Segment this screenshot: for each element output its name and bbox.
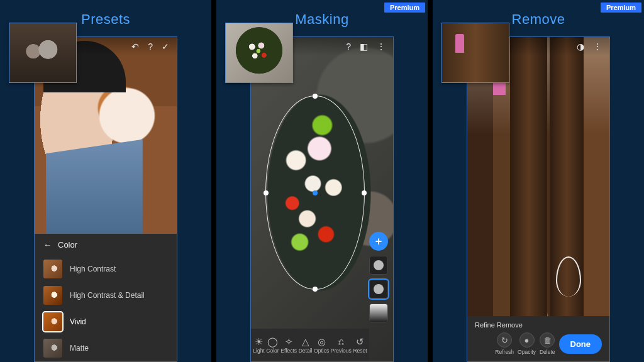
optics-icon: ◎ (318, 337, 326, 346)
help-icon[interactable]: ? (346, 41, 351, 52)
light-icon: ☀ (255, 337, 263, 346)
invert-mask-icon[interactable]: ◧ (360, 41, 368, 52)
premium-badge: Premium (384, 3, 425, 13)
preview-icon[interactable]: ◑ (577, 41, 584, 52)
previous-icon: ⎌ (338, 337, 344, 346)
preset-row[interactable]: High Contrast & Detail (43, 282, 168, 309)
refresh-button[interactable]: ↻Refresh (495, 332, 514, 355)
done-button[interactable]: Done (559, 334, 602, 354)
add-mask-button[interactable]: + (369, 232, 388, 251)
preset-label: Vivid (70, 317, 86, 326)
premium-badge: Premium (601, 3, 641, 13)
preset-label: High Contrast & Detail (70, 291, 145, 300)
preset-swatch (43, 286, 62, 305)
color-icon: ◯ (267, 337, 278, 346)
preset-label: Matte (70, 344, 89, 353)
mask-dock: + (369, 232, 388, 322)
preset-row[interactable]: High Contrast (43, 256, 168, 282)
panel-remove: Premium Remove ◑ ⋮ Refine Remove ↻Refres… (433, 0, 644, 362)
delete-button[interactable]: 🗑Delete (540, 332, 555, 355)
opacity-button[interactable]: ●Opacity (518, 332, 536, 355)
preset-swatch (43, 260, 62, 278)
preset-swatch (43, 312, 62, 331)
remove-tabs[interactable]: Refine Remove (475, 321, 602, 329)
phone-frame: ? ◧ ⋮ + ☀Light ◯Color ✧Effects △Detail (250, 36, 394, 362)
tool-previous[interactable]: ⎌Previous (331, 337, 352, 354)
preset-label: High Contrast (70, 265, 116, 273)
help-icon[interactable]: ? (148, 41, 153, 52)
panel-title: Masking (295, 11, 348, 28)
before-thumbnail (9, 23, 77, 83)
panel-title: Remove (512, 11, 565, 28)
thumbnail-image (9, 23, 76, 82)
mask-chip[interactable] (369, 280, 388, 299)
before-thumbnail (441, 23, 509, 83)
tool-light[interactable]: ☀Light (253, 337, 264, 354)
effects-icon: ✧ (285, 337, 293, 346)
panel-presets: Presets ↶ ? ✓ ← Color High Contrast (0, 0, 211, 362)
panel-title: Presets (81, 11, 130, 28)
accept-icon[interactable]: ✓ (162, 41, 169, 52)
undo-icon[interactable]: ↶ (131, 41, 139, 52)
preset-row[interactable]: Vivid (43, 309, 168, 335)
tool-color[interactable]: ◯Color (266, 337, 279, 354)
remove-toolbar: Refine Remove ↻Refresh ●Opacity 🗑Delete … (467, 316, 609, 361)
before-thumbnail (225, 23, 293, 83)
preset-swatch (43, 339, 62, 358)
opacity-icon: ● (519, 332, 535, 348)
tool-detail[interactable]: △Detail (299, 337, 313, 354)
mask-center-handle[interactable] (313, 190, 318, 195)
preset-header[interactable]: ← Color (43, 240, 168, 250)
tool-tray: ☀Light ◯Color ✧Effects △Detail ◎Optics ⎌… (251, 329, 369, 361)
main-photo[interactable] (467, 37, 609, 361)
back-icon[interactable]: ← (43, 240, 52, 250)
detail-icon: △ (302, 337, 309, 346)
phone-frame: ↶ ? ✓ ← Color High Contrast High Contras… (34, 36, 177, 362)
preset-list: ← Color High Contrast High Contrast & De… (35, 234, 177, 361)
thumbnail-image (226, 23, 292, 82)
more-icon[interactable]: ⋮ (377, 41, 386, 52)
more-icon[interactable]: ⋮ (593, 41, 602, 52)
tool-reset[interactable]: ↺Reset (353, 337, 367, 354)
tool-effects[interactable]: ✧Effects (280, 337, 297, 354)
refresh-icon: ↻ (497, 332, 512, 348)
phone-frame: ◑ ⋮ Refine Remove ↻Refresh ●Opacity 🗑Del… (467, 36, 610, 362)
reset-icon: ↺ (356, 337, 364, 346)
preset-row[interactable]: Matte (43, 335, 168, 361)
tool-optics[interactable]: ◎Optics (314, 337, 329, 354)
mask-ellipse[interactable] (265, 96, 365, 290)
mask-chip[interactable] (369, 304, 388, 322)
thumbnail-image (442, 23, 509, 82)
panel-masking: Premium Masking ? ◧ ⋮ + ☀Light (216, 0, 428, 362)
delete-icon: 🗑 (540, 332, 555, 348)
preset-category-label: Color (58, 240, 77, 250)
mask-chip[interactable] (369, 256, 388, 275)
